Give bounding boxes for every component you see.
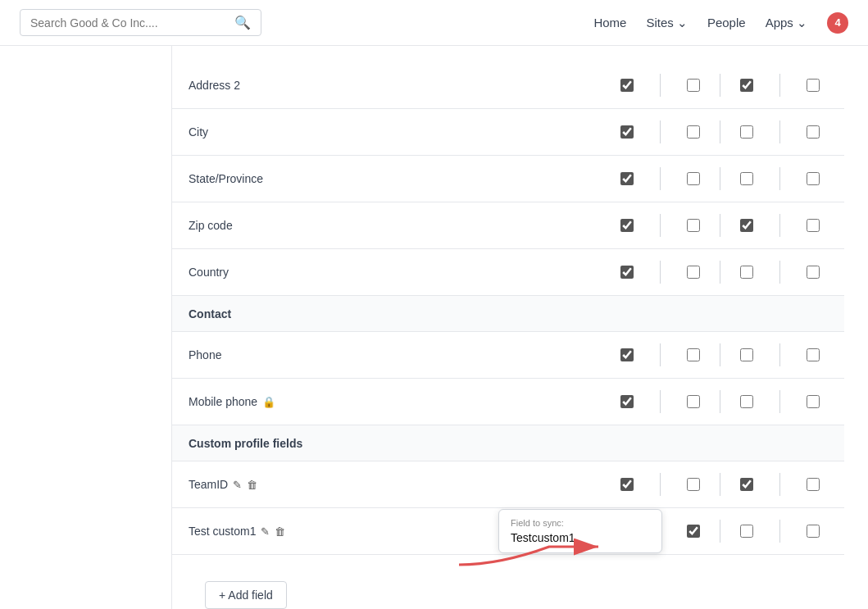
col3-group bbox=[732, 520, 828, 543]
table-row: Phone bbox=[172, 332, 844, 379]
col1-group bbox=[612, 167, 708, 190]
col4-checkbox[interactable] bbox=[807, 478, 820, 491]
col4-checkbox[interactable] bbox=[807, 395, 820, 408]
add-field-section: + Add field bbox=[172, 555, 844, 609]
row-checkboxes bbox=[612, 167, 828, 190]
tooltip-label: Field to sync: bbox=[511, 518, 650, 528]
col1-group bbox=[612, 343, 708, 366]
col1-checkbox[interactable] bbox=[620, 79, 634, 92]
main-content: Address 2 City bbox=[172, 46, 844, 609]
row-checkboxes bbox=[612, 390, 828, 413]
row-label-state: State/Province bbox=[189, 172, 612, 185]
row-label-address2: Address 2 bbox=[189, 79, 612, 92]
fields-table: Address 2 City bbox=[172, 62, 844, 609]
trash-icon[interactable]: 🗑 bbox=[247, 479, 257, 491]
col3-group bbox=[732, 261, 828, 284]
search-bar[interactable]: 🔍 bbox=[20, 9, 261, 36]
row-label-city: City bbox=[189, 125, 612, 139]
col1-group bbox=[612, 390, 708, 413]
col3-checkbox[interactable] bbox=[740, 266, 753, 279]
col4-checkbox[interactable] bbox=[807, 266, 820, 279]
col1-checkbox[interactable] bbox=[620, 219, 634, 232]
row-label-phone: Phone bbox=[189, 348, 612, 361]
tooltip-value: Testcustom1 bbox=[511, 531, 650, 544]
nav-sites[interactable]: Sites ⌄ bbox=[646, 16, 688, 30]
row-checkboxes bbox=[612, 120, 828, 143]
row-checkboxes bbox=[612, 473, 828, 496]
col2-checkbox[interactable] bbox=[687, 395, 700, 408]
lock-icon: 🔒 bbox=[262, 396, 275, 408]
row-label-zip: Zip code bbox=[189, 219, 612, 232]
field-sync-tooltip: Field to sync: Testcustom1 bbox=[498, 509, 662, 553]
col4-checkbox[interactable] bbox=[807, 79, 820, 92]
col1-checkbox[interactable] bbox=[620, 348, 634, 361]
page-wrapper: Address 2 City bbox=[0, 0, 868, 609]
col2-checkbox[interactable] bbox=[687, 348, 700, 361]
col3-checkbox[interactable] bbox=[740, 125, 753, 139]
col2-checkbox-testcustom1[interactable] bbox=[687, 525, 700, 538]
col1-group bbox=[612, 120, 708, 143]
notification-badge[interactable]: 4 bbox=[827, 12, 848, 34]
row-checkboxes bbox=[612, 261, 828, 284]
col1-checkbox[interactable] bbox=[620, 266, 634, 279]
header: 🔍 Home Sites ⌄ People Apps ⌄ 4 bbox=[0, 0, 868, 46]
col3-checkbox[interactable] bbox=[740, 219, 753, 232]
col4-checkbox[interactable] bbox=[807, 219, 820, 232]
col2-checkbox[interactable] bbox=[687, 219, 700, 232]
col3-group bbox=[732, 390, 828, 413]
section-header-custom: Custom profile fields bbox=[172, 425, 844, 461]
col1-group bbox=[612, 214, 708, 237]
col2-checkbox[interactable] bbox=[687, 79, 700, 92]
col1-group bbox=[612, 473, 708, 496]
nav-home[interactable]: Home bbox=[593, 16, 626, 30]
row-checkboxes bbox=[612, 74, 828, 97]
col1-checkbox[interactable] bbox=[620, 125, 634, 139]
col1-checkbox[interactable] bbox=[620, 478, 634, 491]
col3-checkbox[interactable] bbox=[740, 478, 753, 491]
col4-checkbox[interactable] bbox=[807, 348, 820, 361]
row-label-country: Country bbox=[189, 266, 612, 279]
col3-checkbox[interactable] bbox=[740, 525, 753, 538]
col3-checkbox[interactable] bbox=[740, 395, 753, 408]
col3-checkbox[interactable] bbox=[740, 348, 753, 361]
col3-group bbox=[732, 214, 828, 237]
search-input[interactable] bbox=[30, 16, 234, 30]
search-icon: 🔍 bbox=[234, 15, 251, 30]
col1-group: Field to sync: Testcustom1 bbox=[612, 520, 708, 543]
col3-checkbox[interactable] bbox=[740, 172, 753, 185]
col2-checkbox[interactable] bbox=[687, 125, 700, 139]
nav-apps[interactable]: Apps ⌄ bbox=[766, 16, 807, 30]
col4-checkbox[interactable] bbox=[807, 125, 820, 139]
table-row: State/Province bbox=[172, 156, 844, 202]
col3-group bbox=[732, 74, 828, 97]
col1-group bbox=[612, 261, 708, 284]
col4-checkbox[interactable] bbox=[807, 525, 820, 538]
add-field-button[interactable]: + Add field bbox=[205, 581, 287, 609]
table-row: City bbox=[172, 109, 844, 156]
table-row: Mobile phone 🔒 bbox=[172, 379, 844, 425]
row-label-mobile: Mobile phone 🔒 bbox=[189, 395, 612, 408]
tooltip-container: Field to sync: Testcustom1 bbox=[679, 525, 708, 538]
row-checkboxes bbox=[612, 214, 828, 237]
col4-checkbox[interactable] bbox=[807, 172, 820, 185]
trash-icon[interactable]: 🗑 bbox=[275, 525, 285, 538]
col2-checkbox[interactable] bbox=[687, 172, 700, 185]
table-row: Address 2 bbox=[172, 62, 844, 109]
col1-checkbox[interactable] bbox=[620, 395, 634, 408]
col2-checkbox[interactable] bbox=[687, 266, 700, 279]
col1-group bbox=[612, 74, 708, 97]
row-label-teamid: TeamID ✎ 🗑 bbox=[189, 478, 612, 491]
section-header-contact: Contact bbox=[172, 296, 844, 332]
table-row: TeamID ✎ 🗑 bbox=[172, 461, 844, 508]
col3-group bbox=[732, 473, 828, 496]
col3-group bbox=[732, 120, 828, 143]
row-checkboxes: Field to sync: Testcustom1 bbox=[612, 520, 828, 543]
top-nav: Home Sites ⌄ People Apps ⌄ 4 bbox=[593, 12, 848, 34]
nav-people[interactable]: People bbox=[707, 16, 746, 30]
edit-icon[interactable]: ✎ bbox=[261, 525, 270, 538]
sidebar bbox=[0, 0, 172, 609]
col3-checkbox[interactable] bbox=[740, 79, 753, 92]
edit-icon[interactable]: ✎ bbox=[233, 479, 242, 491]
col1-checkbox[interactable] bbox=[620, 172, 634, 185]
col2-checkbox[interactable] bbox=[687, 478, 700, 491]
